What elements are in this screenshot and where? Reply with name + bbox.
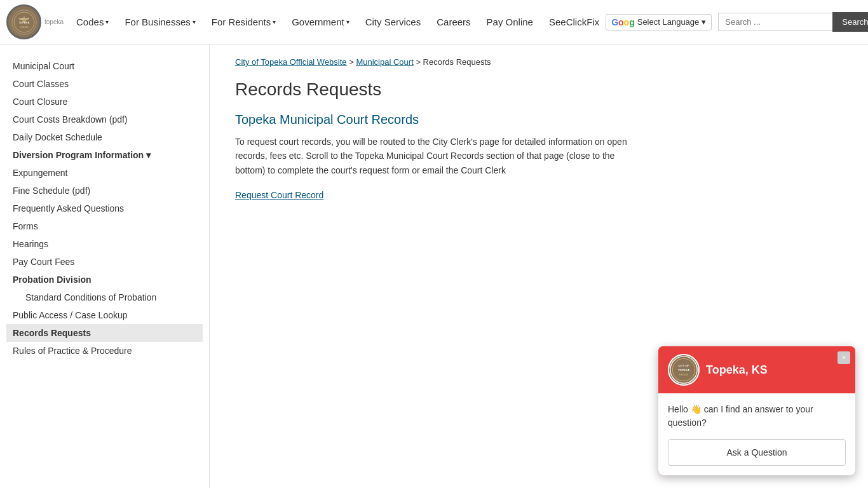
sidebar-item-standard-conditions[interactable]: Standard Conditions of Probation <box>13 288 196 306</box>
search-button[interactable]: Search <box>832 12 868 32</box>
chat-close-button[interactable]: × <box>837 351 850 364</box>
sidebar-item-court-closure[interactable]: Court Closure <box>13 93 196 111</box>
sidebar-item-public-access[interactable]: Public Access / Case Lookup <box>13 306 196 324</box>
breadcrumb-current: Records Requests <box>423 57 491 67</box>
businesses-dropdown-arrow: ▾ <box>193 18 196 25</box>
search-area: Search <box>718 12 868 32</box>
translate-widget[interactable]: Goog Select Language ▾ <box>606 14 712 30</box>
nav-for-residents[interactable]: For Residents ▾ <box>205 11 282 32</box>
sidebar: Municipal Court Court Classes Court Clos… <box>0 44 210 488</box>
svg-text:KANSAS: KANSAS <box>20 25 28 28</box>
sidebar-item-daily-docket[interactable]: Daily Docket Schedule <box>13 128 196 146</box>
body-text: To request court records, you will be ro… <box>235 135 642 177</box>
nav-for-businesses[interactable]: For Businesses ▾ <box>118 11 201 32</box>
sidebar-item-probation[interactable]: Probation Division <box>13 271 196 288</box>
sidebar-item-expungement[interactable]: Expungement <box>13 164 196 182</box>
breadcrumb-sep1: > <box>349 57 356 67</box>
city-seal: CITY OF TOPEKA KANSAS <box>6 4 41 39</box>
sidebar-item-forms[interactable]: Forms <box>13 217 196 235</box>
chat-body: Hello 👋 can I find an answer to your que… <box>658 393 855 475</box>
translate-arrow: ▾ <box>702 17 706 27</box>
breadcrumb: City of Topeka Official Website > Munici… <box>235 57 843 67</box>
translate-label: Select Language <box>637 17 700 27</box>
nav-government[interactable]: Government ▾ <box>285 11 356 32</box>
nav-links: Codes ▾ For Businesses ▾ For Residents ▾… <box>70 11 606 32</box>
sidebar-item-pay-court-fees[interactable]: Pay Court Fees <box>13 253 196 271</box>
sidebar-item-records-requests[interactable]: Records Requests <box>6 324 203 342</box>
chat-ask-button[interactable]: Ask a Question <box>668 439 846 466</box>
top-navigation: CITY OF TOPEKA KANSAS topeka Codes ▾ For… <box>0 0 868 44</box>
residents-dropdown-arrow: ▾ <box>273 18 276 25</box>
sidebar-item-court-classes[interactable]: Court Classes <box>13 75 196 93</box>
nav-right: Goog Select Language ▾ Search <box>606 12 868 32</box>
nav-codes[interactable]: Codes ▾ <box>70 11 115 32</box>
svg-text:KANSAS: KANSAS <box>679 374 689 376</box>
sidebar-item-hearings[interactable]: Hearings <box>13 235 196 253</box>
sidebar-item-fine-schedule[interactable]: Fine Schedule (pdf) <box>13 182 196 200</box>
nav-seeclickfix[interactable]: SeeClickFix <box>543 11 606 32</box>
svg-text:TOPEKA: TOPEKA <box>678 369 690 372</box>
logo-text: topeka <box>44 18 64 26</box>
breadcrumb-home-link[interactable]: City of Topeka Official Website <box>235 57 347 67</box>
sidebar-item-diversion[interactable]: Diversion Program Information ▾ <box>13 146 196 164</box>
request-court-record-link[interactable]: Request Court Record <box>235 190 323 200</box>
sidebar-item-rules[interactable]: Rules of Practice & Procedure <box>13 342 196 360</box>
nav-careers[interactable]: Careers <box>430 11 477 32</box>
breadcrumb-parent-link[interactable]: Municipal Court <box>356 57 413 67</box>
svg-text:CITY OF: CITY OF <box>678 364 689 367</box>
nav-pay-online[interactable]: Pay Online <box>480 11 539 32</box>
codes-dropdown-arrow: ▾ <box>105 18 109 25</box>
section-title: Topeka Municipal Court Records <box>235 112 843 127</box>
sidebar-item-faq[interactable]: Frequently Asked Questions <box>13 200 196 217</box>
google-icon: Goog <box>611 17 635 27</box>
breadcrumb-sep2: > <box>416 57 423 67</box>
logo-area[interactable]: CITY OF TOPEKA KANSAS topeka <box>6 4 64 39</box>
sidebar-item-court-costs[interactable]: Court Costs Breakdown (pdf) <box>13 111 196 128</box>
government-dropdown-arrow: ▾ <box>346 18 349 25</box>
page-title: Records Requests <box>235 79 843 100</box>
chat-logo: CITY OF TOPEKA KANSAS <box>668 354 700 386</box>
chat-widget: × CITY OF TOPEKA KANSAS Topeka, KS Hello… <box>658 346 855 475</box>
chat-city-name: Topeka, KS <box>706 363 768 377</box>
chat-message: Hello 👋 can I find an answer to your que… <box>668 403 846 430</box>
nav-city-services[interactable]: City Services <box>359 11 428 32</box>
chat-header: CITY OF TOPEKA KANSAS Topeka, KS <box>658 346 855 393</box>
sidebar-item-municipal-court[interactable]: Municipal Court <box>13 57 196 75</box>
search-input[interactable] <box>718 13 832 31</box>
